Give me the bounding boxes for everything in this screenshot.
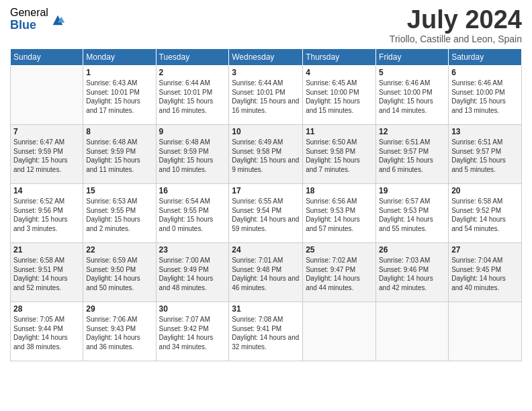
day-info: Sunrise: 6:48 AM Sunset: 9:59 PM Dayligh… — [159, 138, 226, 174]
day-info: Sunrise: 6:50 AM Sunset: 9:58 PM Dayligh… — [306, 138, 373, 174]
day-number: 22 — [86, 245, 152, 255]
table-cell: 11Sunrise: 6:50 AM Sunset: 9:58 PM Dayli… — [303, 125, 376, 184]
day-number: 23 — [159, 245, 226, 255]
day-info: Sunrise: 7:04 AM Sunset: 9:45 PM Dayligh… — [451, 256, 519, 292]
day-number: 14 — [13, 186, 80, 195]
week-row-1: 1Sunrise: 6:43 AM Sunset: 10:01 PM Dayli… — [11, 66, 522, 125]
day-info: Sunrise: 7:01 AM Sunset: 9:48 PM Dayligh… — [232, 256, 300, 292]
day-info: Sunrise: 6:58 AM Sunset: 9:51 PM Dayligh… — [13, 256, 80, 292]
day-info: Sunrise: 6:45 AM Sunset: 10:00 PM Daylig… — [306, 79, 373, 115]
day-number: 29 — [86, 304, 152, 314]
day-number: 28 — [13, 304, 80, 314]
day-info: Sunrise: 6:52 AM Sunset: 9:56 PM Dayligh… — [13, 197, 80, 233]
day-number: 11 — [306, 127, 373, 136]
day-info: Sunrise: 6:55 AM Sunset: 9:54 PM Dayligh… — [232, 197, 300, 233]
table-cell: 15Sunrise: 6:53 AM Sunset: 9:55 PM Dayli… — [83, 184, 156, 243]
day-number: 27 — [451, 245, 519, 255]
day-number: 18 — [306, 186, 373, 195]
day-number: 9 — [159, 127, 226, 136]
logo-general: General — [10, 7, 48, 19]
day-number: 7 — [13, 127, 80, 136]
table-cell: 19Sunrise: 6:57 AM Sunset: 9:53 PM Dayli… — [376, 184, 449, 243]
table-cell: 21Sunrise: 6:58 AM Sunset: 9:51 PM Dayli… — [11, 243, 83, 302]
col-friday: Friday — [376, 49, 449, 66]
logo: General Blue — [10, 7, 65, 32]
day-number: 13 — [451, 127, 519, 136]
day-number: 1 — [86, 68, 152, 77]
day-number: 6 — [451, 68, 519, 77]
table-cell: 17Sunrise: 6:55 AM Sunset: 9:54 PM Dayli… — [229, 184, 303, 243]
table-cell: 20Sunrise: 6:58 AM Sunset: 9:52 PM Dayli… — [449, 184, 522, 243]
day-info: Sunrise: 7:00 AM Sunset: 9:49 PM Dayligh… — [159, 256, 226, 292]
page: General Blue July 2024 Triollo, Castille… — [0, 0, 532, 411]
table-cell: 31Sunrise: 7:08 AM Sunset: 9:41 PM Dayli… — [229, 302, 303, 361]
table-cell: 27Sunrise: 7:04 AM Sunset: 9:45 PM Dayli… — [449, 243, 522, 302]
day-info: Sunrise: 6:51 AM Sunset: 9:57 PM Dayligh… — [451, 138, 519, 174]
day-number: 4 — [306, 68, 373, 77]
day-number: 25 — [306, 245, 373, 255]
table-cell: 14Sunrise: 6:52 AM Sunset: 9:56 PM Dayli… — [11, 184, 83, 243]
calendar-header-row: Sunday Monday Tuesday Wednesday Thursday… — [11, 49, 522, 66]
day-number: 26 — [379, 245, 445, 255]
day-number: 19 — [379, 186, 445, 195]
day-info: Sunrise: 6:51 AM Sunset: 9:57 PM Dayligh… — [379, 138, 445, 174]
day-number: 17 — [232, 186, 300, 195]
day-number: 24 — [232, 245, 300, 255]
day-info: Sunrise: 6:44 AM Sunset: 10:01 PM Daylig… — [232, 79, 300, 115]
table-cell: 22Sunrise: 6:59 AM Sunset: 9:50 PM Dayli… — [83, 243, 156, 302]
day-info: Sunrise: 6:56 AM Sunset: 9:53 PM Dayligh… — [306, 197, 373, 233]
day-info: Sunrise: 7:08 AM Sunset: 9:41 PM Dayligh… — [232, 315, 300, 351]
day-info: Sunrise: 6:58 AM Sunset: 9:52 PM Dayligh… — [451, 197, 519, 233]
day-info: Sunrise: 6:46 AM Sunset: 10:00 PM Daylig… — [451, 79, 519, 115]
day-number: 2 — [159, 68, 226, 77]
location: Triollo, Castille and Leon, Spain — [390, 34, 522, 44]
table-cell: 8Sunrise: 6:48 AM Sunset: 9:59 PM Daylig… — [83, 125, 156, 184]
day-info: Sunrise: 6:44 AM Sunset: 10:01 PM Daylig… — [159, 79, 226, 115]
table-cell: 10Sunrise: 6:49 AM Sunset: 9:58 PM Dayli… — [229, 125, 303, 184]
table-cell — [376, 302, 449, 361]
day-info: Sunrise: 7:03 AM Sunset: 9:46 PM Dayligh… — [379, 256, 445, 292]
logo-text: General Blue — [10, 7, 48, 32]
table-cell: 29Sunrise: 7:06 AM Sunset: 9:43 PM Dayli… — [83, 302, 156, 361]
table-cell: 6Sunrise: 6:46 AM Sunset: 10:00 PM Dayli… — [449, 66, 522, 125]
day-info: Sunrise: 6:49 AM Sunset: 9:58 PM Dayligh… — [232, 138, 300, 174]
table-cell: 18Sunrise: 6:56 AM Sunset: 9:53 PM Dayli… — [303, 184, 376, 243]
week-row-3: 14Sunrise: 6:52 AM Sunset: 9:56 PM Dayli… — [11, 184, 522, 243]
day-number: 21 — [13, 245, 80, 255]
table-cell: 5Sunrise: 6:46 AM Sunset: 10:00 PM Dayli… — [376, 66, 449, 125]
col-tuesday: Tuesday — [156, 49, 229, 66]
day-info: Sunrise: 6:53 AM Sunset: 9:55 PM Dayligh… — [86, 197, 152, 233]
week-row-4: 21Sunrise: 6:58 AM Sunset: 9:51 PM Dayli… — [11, 243, 522, 302]
week-row-5: 28Sunrise: 7:05 AM Sunset: 9:44 PM Dayli… — [11, 302, 522, 361]
table-cell: 4Sunrise: 6:45 AM Sunset: 10:00 PM Dayli… — [303, 66, 376, 125]
day-info: Sunrise: 7:05 AM Sunset: 9:44 PM Dayligh… — [13, 315, 80, 351]
day-number: 8 — [86, 127, 152, 136]
header: General Blue July 2024 Triollo, Castille… — [10, 7, 522, 44]
day-info: Sunrise: 6:43 AM Sunset: 10:01 PM Daylig… — [86, 79, 152, 115]
day-number: 5 — [379, 68, 445, 77]
day-number: 30 — [159, 304, 226, 314]
calendar-table: Sunday Monday Tuesday Wednesday Thursday… — [10, 48, 522, 361]
table-cell: 9Sunrise: 6:48 AM Sunset: 9:59 PM Daylig… — [156, 125, 229, 184]
day-info: Sunrise: 7:02 AM Sunset: 9:47 PM Dayligh… — [306, 256, 373, 292]
day-info: Sunrise: 6:47 AM Sunset: 9:59 PM Dayligh… — [13, 138, 80, 174]
table-cell — [449, 302, 522, 361]
week-row-2: 7Sunrise: 6:47 AM Sunset: 9:59 PM Daylig… — [11, 125, 522, 184]
table-cell: 28Sunrise: 7:05 AM Sunset: 9:44 PM Dayli… — [11, 302, 83, 361]
table-cell: 30Sunrise: 7:07 AM Sunset: 9:42 PM Dayli… — [156, 302, 229, 361]
table-cell: 12Sunrise: 6:51 AM Sunset: 9:57 PM Dayli… — [376, 125, 449, 184]
table-cell: 1Sunrise: 6:43 AM Sunset: 10:01 PM Dayli… — [83, 66, 156, 125]
table-cell: 3Sunrise: 6:44 AM Sunset: 10:01 PM Dayli… — [229, 66, 303, 125]
table-cell: 2Sunrise: 6:44 AM Sunset: 10:01 PM Dayli… — [156, 66, 229, 125]
day-number: 16 — [159, 186, 226, 195]
col-wednesday: Wednesday — [229, 49, 303, 66]
table-cell: 23Sunrise: 7:00 AM Sunset: 9:49 PM Dayli… — [156, 243, 229, 302]
day-info: Sunrise: 6:59 AM Sunset: 9:50 PM Dayligh… — [86, 256, 152, 292]
day-info: Sunrise: 6:54 AM Sunset: 9:55 PM Dayligh… — [159, 197, 226, 233]
col-saturday: Saturday — [449, 49, 522, 66]
day-number: 10 — [232, 127, 300, 136]
logo-blue: Blue — [10, 19, 48, 32]
logo-icon — [50, 13, 65, 28]
day-number: 20 — [451, 186, 519, 195]
month-title: July 2024 — [390, 7, 522, 32]
